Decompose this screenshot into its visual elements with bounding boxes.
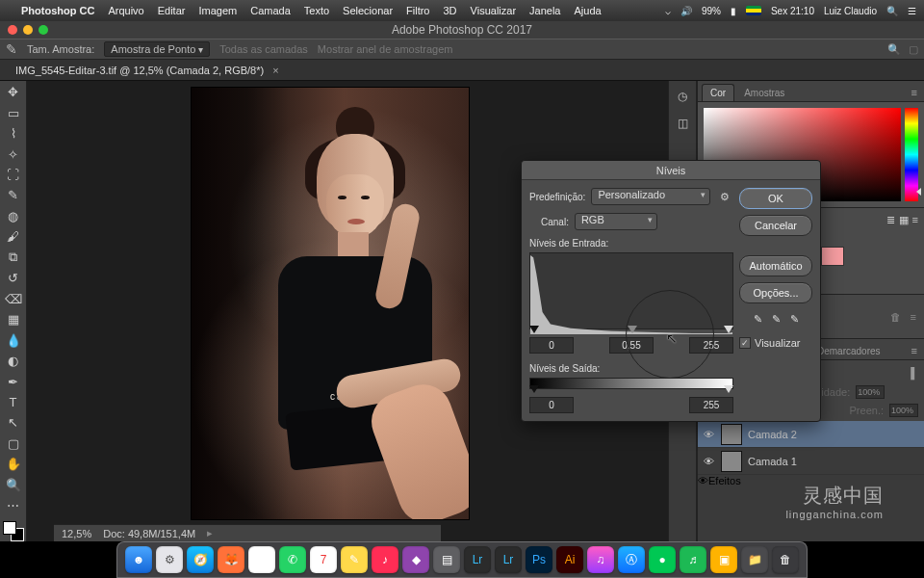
- menu-texto[interactable]: Texto: [304, 5, 329, 16]
- black-eyedropper-icon[interactable]: ✎: [754, 313, 762, 326]
- auto-button[interactable]: Automático: [739, 255, 812, 276]
- white-point-slider[interactable]: [724, 326, 733, 333]
- dock-safari[interactable]: 🧭: [187, 546, 214, 573]
- dock-whatsapp[interactable]: ✆: [279, 546, 306, 573]
- dock-lightroom2[interactable]: Lr: [495, 546, 522, 573]
- panel-menu-icon[interactable]: ≡: [911, 311, 916, 323]
- tool-move[interactable]: ✥: [3, 83, 24, 101]
- dock-folder[interactable]: 📁: [741, 546, 768, 573]
- panel-icon-properties[interactable]: ◫: [672, 114, 693, 133]
- tool-marquee[interactable]: ▭: [3, 103, 24, 121]
- dock-photoshop[interactable]: Ps: [526, 546, 552, 573]
- menu-arquivo[interactable]: Arquivo: [108, 5, 143, 16]
- panel-menu-icon[interactable]: ≡: [909, 84, 920, 101]
- ok-button[interactable]: OK: [739, 188, 812, 209]
- panel-menu-icon[interactable]: ≡: [909, 342, 920, 359]
- menubar-clock[interactable]: Sex 21:10: [771, 6, 814, 16]
- layer-row[interactable]: 👁 Camada 1: [698, 448, 924, 475]
- menu-ajuda[interactable]: Ajuda: [574, 5, 601, 16]
- menu-filtro[interactable]: Filtro: [406, 5, 429, 16]
- menu-3d[interactable]: 3D: [444, 5, 457, 16]
- sample-size-select[interactable]: Amostra de Ponto ▾: [104, 41, 210, 57]
- dock-settings[interactable]: ⚙: [156, 546, 183, 573]
- layer-fx-row[interactable]: 👁Efeitos: [698, 475, 924, 486]
- tab-amostras[interactable]: Amostras: [736, 85, 792, 101]
- tool-lasso[interactable]: ⌇: [3, 124, 24, 143]
- tool-eraser[interactable]: ⌫: [3, 290, 24, 308]
- tool-brush[interactable]: 🖌: [3, 227, 24, 246]
- dock-notes[interactable]: ✎: [341, 546, 368, 573]
- dialog-title[interactable]: Níveis: [522, 161, 820, 180]
- out-black-slider[interactable]: [529, 385, 539, 393]
- menu-selecionar[interactable]: Selecionar: [343, 5, 393, 16]
- status-doc[interactable]: Doc: 49,8M/151,4M: [103, 528, 195, 539]
- dock-illustrator[interactable]: Ai: [556, 546, 583, 573]
- histogram[interactable]: [529, 252, 733, 329]
- options-button[interactable]: Opções...: [739, 282, 812, 303]
- channel-select[interactable]: RGB: [575, 213, 657, 230]
- tool-eyedropper[interactable]: ✎: [3, 186, 24, 204]
- black-point-slider[interactable]: [529, 326, 539, 333]
- tool-clone[interactable]: ⧉: [3, 249, 24, 267]
- app-name[interactable]: Photoshop CC: [21, 5, 94, 16]
- dock-chrome[interactable]: ◉: [248, 546, 275, 573]
- tool-zoom[interactable]: 🔍: [3, 476, 24, 494]
- dock-app1[interactable]: ◆: [402, 546, 429, 573]
- tool-edit-toolbar[interactable]: ⋯: [3, 496, 24, 514]
- visibility-icon[interactable]: 👁: [702, 429, 715, 440]
- tool-shape[interactable]: ▢: [3, 434, 24, 453]
- doc-tab[interactable]: IMG_5545-Editar-3.tif @ 12,5% (Camada 2,…: [12, 65, 283, 76]
- preset-select[interactable]: Personalizado: [591, 188, 710, 205]
- tab-cor[interactable]: Cor: [702, 84, 734, 101]
- tool-spot-heal[interactable]: ◍: [3, 207, 24, 225]
- wifi-icon[interactable]: ⌵: [665, 6, 671, 16]
- notification-icon[interactable]: ☰: [908, 6, 916, 16]
- input-gamma[interactable]: [609, 337, 654, 354]
- dock-trash[interactable]: 🗑: [772, 546, 799, 573]
- panel-menu-icon[interactable]: ≡: [912, 214, 918, 226]
- fg-bg-colors[interactable]: [3, 521, 24, 541]
- input-white[interactable]: [689, 337, 733, 354]
- tool-type[interactable]: T: [3, 393, 24, 411]
- flag-icon[interactable]: [746, 6, 761, 15]
- hue-slider[interactable]: [905, 108, 918, 201]
- status-zoom[interactable]: 12,5%: [62, 528, 91, 539]
- visibility-icon[interactable]: 👁: [702, 456, 715, 467]
- dock-appstore[interactable]: Ⓐ: [618, 546, 645, 573]
- workspace-icon[interactable]: ▢: [909, 43, 918, 56]
- opacity-input[interactable]: [856, 385, 885, 399]
- dock-app4[interactable]: ▣: [710, 546, 737, 573]
- tool-crop[interactable]: ⛶: [3, 166, 24, 184]
- layer-row[interactable]: 👁 Camada 2: [698, 421, 924, 448]
- output-white[interactable]: [689, 397, 733, 413]
- filter-toggle[interactable]: ▌: [911, 367, 918, 379]
- dock-spotify[interactable]: ♬: [680, 546, 706, 573]
- cancel-button[interactable]: Cancelar: [739, 215, 812, 236]
- tool-history-brush[interactable]: ↺: [3, 269, 24, 287]
- volume-icon[interactable]: 🔊: [680, 6, 692, 16]
- menubar-user[interactable]: Luiz Claudio: [824, 6, 877, 16]
- dock-finder[interactable]: ☻: [125, 546, 152, 573]
- layer-thumb[interactable]: [721, 451, 742, 472]
- dock-calendar[interactable]: 7: [310, 546, 337, 573]
- menu-imagem[interactable]: Imagem: [198, 5, 237, 16]
- close-tab-icon[interactable]: ×: [272, 65, 278, 76]
- gamma-slider[interactable]: [628, 326, 637, 333]
- gray-eyedropper-icon[interactable]: ✎: [772, 313, 781, 326]
- tool-magic-wand[interactable]: ✧: [3, 144, 24, 163]
- view-grid-icon[interactable]: ▦: [899, 214, 909, 226]
- tool-blur[interactable]: 💧: [3, 330, 24, 349]
- fill-input[interactable]: [889, 404, 918, 417]
- output-black[interactable]: [529, 397, 574, 413]
- spotlight-icon[interactable]: 🔍: [886, 6, 898, 16]
- trash-icon[interactable]: 🗑: [890, 311, 901, 323]
- dock-app2[interactable]: ▤: [433, 546, 460, 573]
- menu-editar[interactable]: Editar: [158, 5, 186, 16]
- search-icon[interactable]: 🔍: [887, 43, 901, 56]
- menu-camada[interactable]: Camada: [250, 5, 291, 16]
- preset-gear-icon[interactable]: ⚙: [716, 188, 733, 205]
- tool-dodge[interactable]: ◐: [3, 352, 24, 370]
- tool-gradient[interactable]: ▦: [3, 310, 24, 328]
- tool-hand[interactable]: ✋: [3, 455, 24, 473]
- tool-path[interactable]: ↖: [3, 413, 24, 432]
